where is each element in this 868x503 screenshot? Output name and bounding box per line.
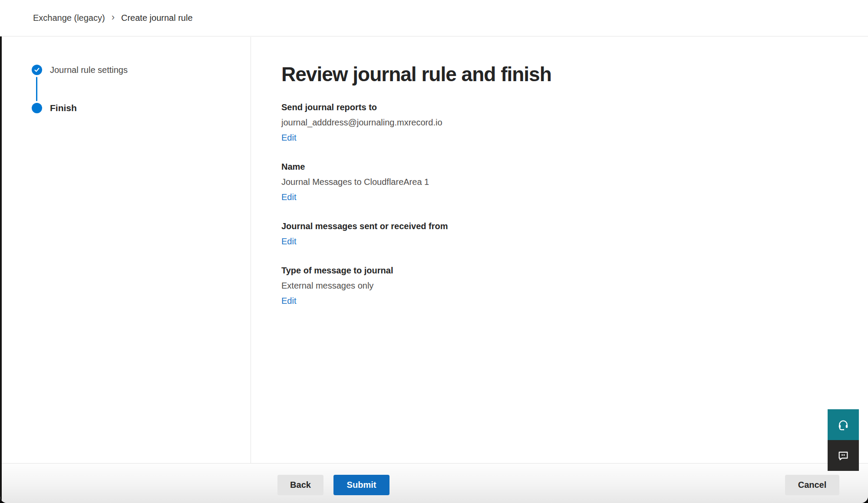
submit-button[interactable]: Submit bbox=[333, 475, 389, 495]
top-header-bar: Exchange (legacy) › Create journal rule bbox=[0, 0, 868, 36]
footer-action-bar: Back Submit Cancel bbox=[0, 463, 868, 503]
section-label: Type of message to journal bbox=[281, 263, 868, 278]
edit-name-link[interactable]: Edit bbox=[281, 190, 296, 205]
section-send-journal-reports-to: Send journal reports to journal_adddress… bbox=[281, 100, 868, 145]
section-label: Journal messages sent or received from bbox=[281, 219, 868, 234]
edit-message-type-link[interactable]: Edit bbox=[281, 293, 296, 309]
section-type-of-message: Type of message to journal External mess… bbox=[281, 263, 868, 309]
page-title: Review journal rule and finish bbox=[281, 61, 868, 88]
review-content-panel: Review journal rule and finish Send jour… bbox=[281, 37, 868, 463]
stepper-step-label: Finish bbox=[50, 103, 77, 113]
journal-report-address-value: journal_adddress@journaling.mxrecord.io bbox=[281, 115, 868, 130]
message-type-value: External messages only bbox=[281, 278, 868, 293]
stepper-connector bbox=[36, 77, 37, 101]
filled-dot-icon bbox=[32, 103, 42, 113]
chevron-right-icon: › bbox=[112, 13, 115, 23]
section-label: Send journal reports to bbox=[281, 100, 868, 115]
cancel-button[interactable]: Cancel bbox=[785, 475, 839, 495]
breadcrumb: Exchange (legacy) › Create journal rule bbox=[33, 13, 193, 23]
stepper-step-journal-rule-settings[interactable]: Journal rule settings bbox=[32, 65, 251, 75]
section-journal-messages-sent-or-received: Journal messages sent or received from E… bbox=[281, 219, 868, 249]
review-sections: Send journal reports to journal_adddress… bbox=[281, 100, 868, 309]
support-button[interactable] bbox=[828, 409, 859, 440]
stepper-step-label: Journal rule settings bbox=[50, 65, 128, 75]
chat-icon bbox=[837, 449, 850, 462]
check-icon bbox=[32, 65, 42, 75]
breadcrumb-exchange-legacy[interactable]: Exchange (legacy) bbox=[33, 13, 105, 23]
edit-send-journal-reports-link[interactable]: Edit bbox=[281, 130, 296, 145]
left-edge-strip bbox=[0, 36, 2, 503]
section-name: Name Journal Messages to CloudflareArea … bbox=[281, 159, 868, 205]
headset-icon bbox=[837, 418, 850, 431]
back-button[interactable]: Back bbox=[277, 475, 323, 495]
wizard-stepper-panel: Journal rule settings Finish bbox=[0, 37, 251, 463]
breadcrumb-create-journal-rule: Create journal rule bbox=[121, 13, 193, 23]
rule-name-value: Journal Messages to CloudflareArea 1 bbox=[281, 174, 868, 190]
section-label: Name bbox=[281, 159, 868, 174]
app-window: Exchange (legacy) › Create journal rule … bbox=[0, 0, 868, 503]
feedback-button[interactable] bbox=[828, 440, 859, 471]
stepper-step-finish[interactable]: Finish bbox=[32, 103, 251, 113]
edit-journal-scope-link[interactable]: Edit bbox=[281, 234, 296, 249]
